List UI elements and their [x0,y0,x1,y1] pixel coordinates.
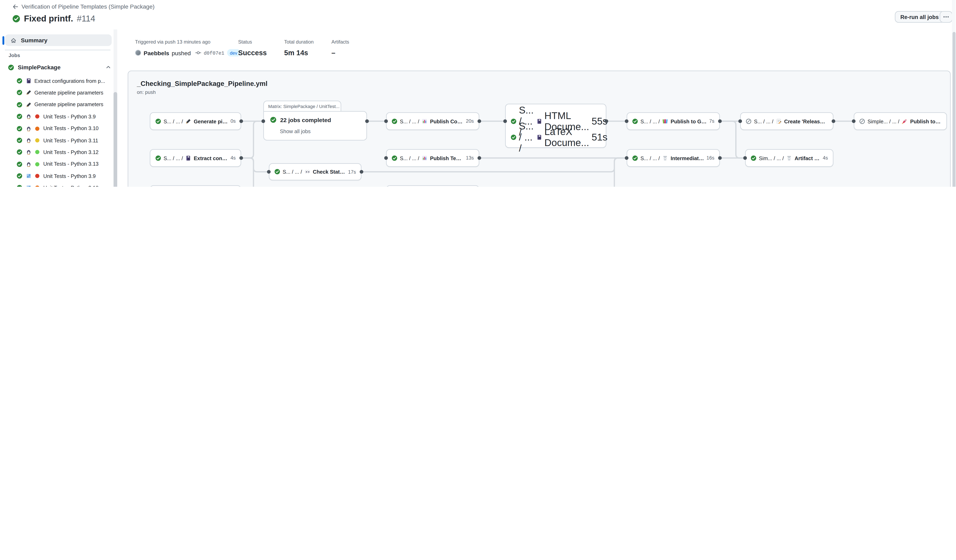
node-duration: 13s [466,155,474,161]
sidebar-job-item[interactable]: Unit Tests - Python 3.13 [0,158,113,170]
node-prefix: S... / ... / [640,118,660,124]
graph-node-matrix-unittests[interactable]: 22 jobs completedShow all jobs [263,111,367,141]
commit-sha[interactable]: d0f07e1 [204,50,225,56]
node-label: Check Static Ty... [313,169,346,175]
workflow-graph-panel: _Checking_SimplePackage_Pipeline.yml on:… [128,71,951,187]
penguin-icon [25,113,31,119]
sidebar-active-indicator [2,36,4,45]
sidebar-job-item[interactable]: Unit Tests - Python 3.12 [0,146,113,158]
run-title-row: Fixed printf. #114 [12,14,95,23]
workflow-graph-canvas[interactable]: _Checking_SimplePackage_Pipeline.yml on:… [128,71,950,187]
check-circle [17,78,22,84]
graph-node-pypi[interactable]: Simple... / ... /Publish to PyPI [854,112,947,130]
sidebar-item-summary[interactable]: Summary [5,35,112,46]
node-label: Publish Code C... [430,118,463,124]
penguin-icon [25,125,31,132]
pen-icon [25,90,31,96]
sidebar-job-item[interactable]: Unit Tests - Python 3.9 [0,111,113,122]
node-label: Publish Test Re... [430,155,463,161]
graph-node-release[interactable]: S... / ... /Create 'Release Pa... [740,112,833,130]
commit-icon [195,50,201,56]
avatar[interactable] [135,50,141,56]
sidebar-divider [5,50,110,50]
show-all-jobs-link[interactable]: Show all jobs [280,128,311,134]
graph-node-cleanup[interactable]: Sim... / ... /Artifact Cleanup4s [745,149,833,167]
page-title: Fixed printf. [24,14,73,23]
skipped-circle [746,118,752,124]
circle-orange [35,125,40,132]
graph-node-pubcov[interactable]: S... / ... /Publish Code C...20s [386,112,480,130]
node-prefix: S... / ... / [640,155,660,161]
breadcrumb-label[interactable]: Verification of Pipeline Templates (Simp… [22,3,155,10]
actor-name[interactable]: Paebbels [144,50,169,56]
trash-icon [662,155,668,161]
sidebar-job-label: Unit Tests - Python 3.13 [43,161,99,167]
matrix-summary: 22 jobs completed [280,116,331,123]
workflow-trigger: on: push [137,89,156,95]
sidebar-job-label: Unit Tests - Python 3.10 [43,125,99,132]
node-prefix: S... / ... / [164,155,183,161]
matrix-tab: Matrix: SimplePackage / UnitTest... [263,100,341,111]
status-value: Success [238,49,267,56]
check-circle [392,155,398,161]
node-duration: 16s [706,155,714,161]
graph-node-extract[interactable]: S... / ... /Extract configur...4s [150,149,241,167]
book-icon [25,78,31,84]
node-prefix: S... / ... / [519,121,534,154]
check-circle [511,119,517,125]
chevron-up-icon[interactable] [105,64,111,70]
sidebar-group-simplepackage[interactable]: SimplePackage [8,64,111,71]
graph-node-package[interactable]: S... / ... /Package in Sou...18s [386,185,480,187]
eyes-icon [304,169,310,175]
group-label: SimplePackage [18,64,102,71]
graph-node-pubtest[interactable]: S... / ... /Publish Test Re...13s [386,149,480,167]
penguin-icon [25,138,31,143]
node-label: Extract configur... [194,155,228,161]
node-prefix: S... / ... / [283,169,302,175]
check-circle [270,117,277,123]
node-prefix: Sim... / ... / [759,155,784,161]
sidebar-job-item[interactable]: Unit Tests - Python 3.11 [0,134,113,146]
trigger-label: Triggered via push 13 minutes ago [135,39,211,45]
breadcrumb[interactable]: Verification of Pipeline Templates (Simp… [12,3,155,10]
node-duration: 17s [348,169,356,175]
check-circle [155,118,161,124]
node-prefix: Simple... / ... / [868,118,899,124]
graph-node-gen2[interactable]: S... / ... /Generate pipelin...0s [150,185,241,187]
sidebar: Summary Jobs SimplePackage Extract confi… [0,30,118,187]
graph-node-ghpages[interactable]: S... / ... /Publish to GH-P...7s [627,112,720,130]
check-circle [632,118,638,124]
sidebar-scrollbar[interactable] [113,30,117,187]
check-circle [17,113,22,119]
group-success-icon [8,64,14,71]
sidebar-job-item[interactable]: Unit Tests - Python 3.10 [0,182,113,187]
check-circle [751,155,756,161]
penguin-icon [25,149,31,155]
sidebar-scrollbar-thumb[interactable] [113,92,117,187]
run-number: #114 [77,14,95,23]
graph-node-gen1[interactable]: S... / ... /Generate pipelin...0s [150,112,241,130]
node-label: Create 'Release Pa... [784,118,828,124]
sidebar-job-item[interactable]: Generate pipeline parameters [0,99,113,110]
more-options-button[interactable] [940,11,953,23]
graph-node-static[interactable]: S... / ... /Check Static Ty...17s [269,163,362,180]
graph-node-doc-row-latex[interactable]: S... / ... /LaTeX Docume...51s [506,129,606,146]
page-scrollbar-thumb[interactable] [952,32,955,187]
node-label: Artifact Cleanup [795,155,820,161]
sidebar-job-item[interactable]: Unit Tests - Python 3.9 [0,170,113,182]
sidebar-job-label: Unit Tests - Python 3.9 [43,113,96,120]
check-circle [17,138,22,143]
circle-red [35,113,40,119]
rerun-all-jobs-button[interactable]: Re-run all jobs [895,11,944,23]
sidebar-job-item[interactable]: Unit Tests - Python 3.10 [0,122,113,134]
back-arrow-icon[interactable] [12,3,19,9]
graph-node-intermediate[interactable]: S... / ... /Intermediate A...16s [627,149,720,167]
node-duration: 51s [592,132,607,143]
check-circle [17,125,22,132]
rocket-icon [902,118,908,124]
check-circle [17,90,22,96]
book-icon [536,135,542,141]
sidebar-job-item[interactable]: Generate pipeline parameters [0,87,113,99]
sidebar-job-label: Generate pipeline parameters [35,89,103,96]
sidebar-job-item[interactable]: Extract configurations from p... [0,75,113,87]
